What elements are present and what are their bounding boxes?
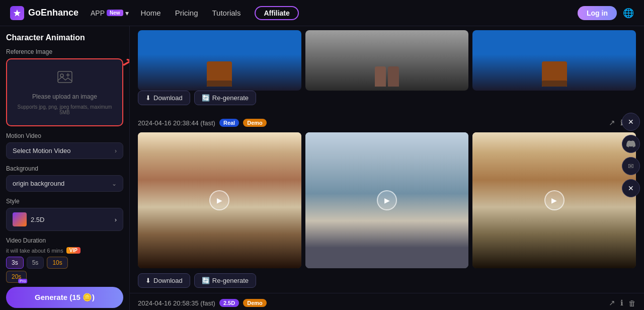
content-area: ⬇ Download 🔄 Re-generate 2024-04-16 20:3… (130, 26, 644, 310)
video-thumb-1-1[interactable]: ▶ (138, 132, 301, 268)
gen-actions-2: ↗ ℹ 🗑 (609, 298, 636, 307)
style-thumbnail (13, 212, 27, 226)
download-button-1[interactable]: ⬇ Download (138, 91, 190, 105)
motion-video-value: Select Motion Video (13, 147, 70, 154)
motion-video-label: Motion Video (6, 132, 123, 139)
duration-section: Video Duration it will take about 6 mins… (6, 237, 123, 283)
nav-pricing[interactable]: Pricing (175, 9, 198, 17)
pro-tag: Pro (18, 279, 27, 283)
login-button[interactable]: Log in (578, 6, 617, 20)
style-chevron-icon: › (115, 216, 117, 223)
duration-options: 3s 5s 10s (6, 257, 123, 269)
top-partial-videos (138, 30, 636, 91)
svg-rect-0 (58, 71, 72, 83)
background-value: origin background (13, 180, 64, 187)
regen-icon-1: 🔄 (202, 94, 210, 102)
duration-options-row2: 20s Pro (6, 271, 123, 283)
download-label-2: Download (153, 277, 183, 284)
gen-timestamp-2: 2024-04-16 20:58:35 (fast) (138, 299, 215, 307)
sidebar-title: Character Animation (6, 33, 123, 42)
regenerate-button-2[interactable]: 🔄 Re-generate (194, 273, 256, 288)
duration-3s[interactable]: 3s (6, 257, 24, 269)
video-grid-1: ▶ ▶ ▶ (138, 132, 636, 268)
header-right: Log in 🌐 (578, 6, 634, 20)
upload-icon (57, 69, 73, 89)
duration-hint: it will take about 6 mins VIP (6, 247, 123, 254)
share-button-1[interactable]: ↗ (609, 118, 615, 127)
action-btns-1: ⬇ Download 🔄 Re-generate (138, 91, 636, 105)
badge-demo-2: Demo (243, 299, 267, 307)
video-thumb-top-3[interactable] (472, 30, 636, 91)
nav-tutorials[interactable]: Tutorials (212, 9, 240, 17)
regen-label-1: Re-generate (212, 94, 249, 102)
nav-home[interactable]: Home (141, 9, 161, 17)
globe-icon[interactable]: 🌐 (623, 8, 634, 19)
video-thumb-1-3[interactable]: ▶ (472, 132, 636, 268)
regenerate-button-1[interactable]: 🔄 Re-generate (194, 91, 256, 105)
app-menu[interactable]: APP New ▾ (91, 9, 129, 17)
motion-video-dropdown[interactable]: Select Motion Video › (6, 142, 123, 159)
duration-label: Video Duration (6, 237, 123, 244)
vip-badge: VIP (66, 247, 80, 254)
logo[interactable]: GoEnhance (10, 6, 78, 20)
duration-hint-text: it will take about 6 mins (6, 248, 63, 254)
float-close-button-2[interactable]: ✕ (622, 179, 640, 197)
float-close-button[interactable]: ✕ (622, 113, 640, 131)
upload-hint: Supports jpg, png, jpeg formats, maximum… (13, 104, 116, 115)
logo-text: GoEnhance (28, 8, 78, 18)
badge-demo-1: Demo (243, 119, 267, 127)
delete-button-2[interactable]: 🗑 (628, 299, 636, 307)
gen-header-2: 2024-04-16 20:58:35 (fast) 2.5D Demo ↗ ℹ… (138, 298, 636, 307)
badge-25d-2: 2.5D (219, 299, 239, 307)
download-icon-2: ⬇ (145, 277, 151, 284)
video-thumb-top-1[interactable] (138, 30, 301, 91)
float-buttons: ✕ ✉ ✕ (622, 113, 640, 197)
gen-item-1: 2024-04-16 20:38:44 (fast) Real Demo ↗ ℹ… (130, 113, 644, 293)
nav-affiliate[interactable]: Affiliate (255, 6, 298, 20)
gen-timestamp-1: 2024-04-16 20:38:44 (fast) (138, 119, 215, 127)
reference-image-upload[interactable]: Please upload an image Supports jpg, png… (6, 58, 123, 126)
style-label: Style (6, 198, 123, 205)
generate-button[interactable]: Generate (15 🪙) (6, 287, 123, 308)
float-discord-button[interactable] (622, 135, 640, 153)
background-dropdown[interactable]: origin background ⌄ (6, 175, 123, 192)
style-left: 2.5D (13, 212, 44, 226)
gen-item-2: 2024-04-16 20:58:35 (fast) 2.5D Demo ↗ ℹ… (130, 293, 644, 310)
background-label: Background (6, 165, 123, 172)
float-email-button[interactable]: ✉ (622, 157, 640, 175)
share-button-2[interactable]: ↗ (609, 298, 615, 307)
duration-5s[interactable]: 5s (27, 257, 44, 269)
duration-10s[interactable]: 10s (47, 257, 67, 269)
play-btn-1-2[interactable]: ▶ (377, 190, 397, 210)
app-chevron-icon: ▾ (125, 9, 129, 17)
video-thumb-1-2[interactable]: ▶ (305, 132, 469, 268)
download-button-2[interactable]: ⬇ Download (138, 273, 190, 288)
style-value: 2.5D (31, 216, 44, 223)
action-btns-gen-1: ⬇ Download 🔄 Re-generate (138, 273, 636, 288)
regen-icon-2: 🔄 (202, 277, 210, 284)
main: Character Animation Reference Image Plea… (0, 26, 644, 310)
upload-text: Please upload an image (32, 93, 97, 100)
video-thumb-top-2[interactable] (305, 30, 469, 91)
logo-icon (10, 6, 24, 20)
play-btn-1-3[interactable]: ▶ (544, 190, 565, 210)
regen-label-2: Re-generate (212, 277, 249, 284)
download-label-1: Download (153, 94, 183, 102)
chevron-down-icon: ⌄ (112, 180, 117, 187)
reference-image-label: Reference Image (6, 48, 123, 55)
app-label: APP (91, 9, 105, 17)
download-icon-1: ⬇ (145, 94, 151, 102)
style-dropdown[interactable]: 2.5D › (6, 208, 123, 231)
header: GoEnhance APP New ▾ Home Pricing Tutoria… (0, 0, 644, 26)
new-badge: New (107, 10, 123, 16)
duration-20s[interactable]: 20s Pro (6, 271, 27, 283)
info-button-2[interactable]: ℹ (620, 298, 623, 307)
badge-real-1: Real (219, 119, 239, 127)
gen-header-1: 2024-04-16 20:38:44 (fast) Real Demo ↗ ℹ… (138, 118, 636, 127)
nav: Home Pricing Tutorials Affiliate (141, 6, 566, 20)
sidebar: Character Animation Reference Image Plea… (0, 26, 130, 310)
chevron-right-icon: › (115, 147, 117, 154)
